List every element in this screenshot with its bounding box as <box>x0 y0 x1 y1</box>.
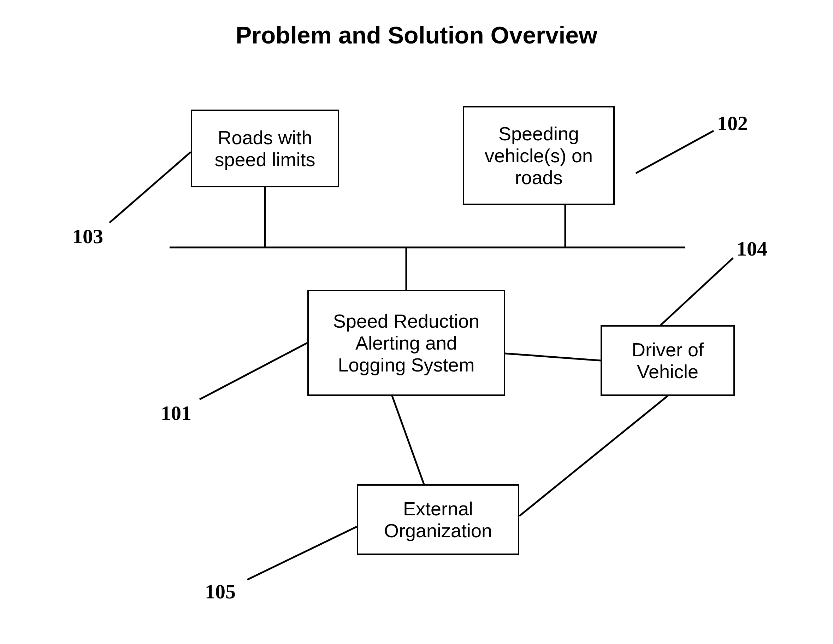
line-external-to-driver <box>519 396 668 516</box>
node-speeding-line1: Speeding <box>485 122 593 145</box>
node-roads: Roads with speed limits <box>191 109 339 187</box>
node-driver-line1: Driver of <box>632 339 704 361</box>
leader-103 <box>109 152 191 223</box>
ref-101: 101 <box>161 401 191 425</box>
node-roads-line2: speed limits <box>214 148 315 171</box>
diagram-title: Problem and Solution Overview <box>0 21 833 49</box>
node-driver: Driver of Vehicle <box>601 325 735 396</box>
ref-102: 102 <box>717 111 748 135</box>
leader-104 <box>661 258 733 325</box>
leader-102 <box>636 131 714 173</box>
node-system-line3: Logging System <box>333 354 479 376</box>
diagram-canvas: Problem and Solution Overview Roads with… <box>0 0 833 644</box>
node-system-line1: Speed Reduction <box>333 310 479 332</box>
leader-101 <box>199 343 307 399</box>
node-driver-line2: Vehicle <box>632 361 704 382</box>
node-speeding: Speeding vehicle(s) on roads <box>463 106 615 205</box>
line-system-to-driver <box>505 353 601 361</box>
leader-105 <box>247 526 357 580</box>
node-external-line1: External <box>384 497 492 520</box>
node-external-line2: Organization <box>384 520 492 541</box>
node-speeding-line2: vehicle(s) on <box>485 145 593 166</box>
ref-103: 103 <box>72 224 103 248</box>
node-system-line2: Alerting and <box>333 332 479 354</box>
line-system-to-external <box>392 396 424 484</box>
node-system: Speed Reduction Alerting and Logging Sys… <box>307 290 505 396</box>
node-roads-line1: Roads with <box>214 127 315 148</box>
ref-105: 105 <box>205 580 236 603</box>
ref-104: 104 <box>737 237 767 261</box>
node-external: External Organization <box>357 484 519 555</box>
node-speeding-line3: roads <box>485 166 593 188</box>
